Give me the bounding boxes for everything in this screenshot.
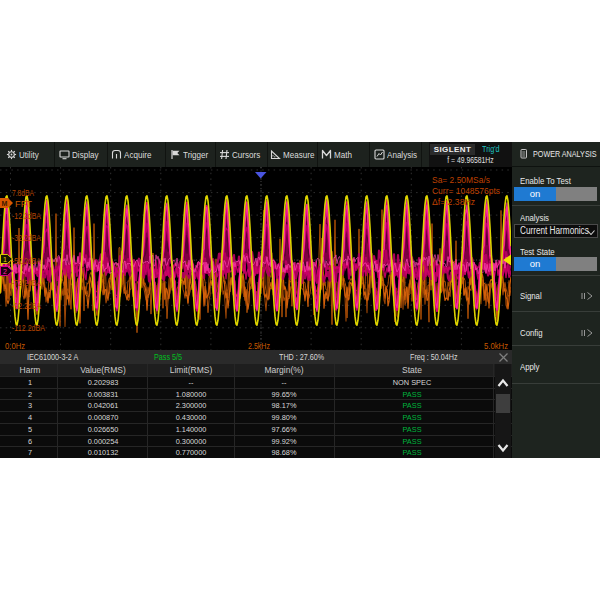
svg-text:7.8dBA: 7.8dBA xyxy=(12,188,34,198)
svg-text:-12.2dBA: -12.2dBA xyxy=(12,211,41,221)
svg-text:1: 1 xyxy=(3,256,7,263)
svg-text:M: M xyxy=(2,200,8,207)
svg-text:-72.2dBA: -72.2dBA xyxy=(12,278,41,288)
svg-text:-32.2dBA: -32.2dBA xyxy=(12,233,41,243)
svg-text:0.0Hz: 0.0Hz xyxy=(5,341,25,351)
svg-text:-92.2dBA: -92.2dBA xyxy=(12,301,41,311)
svg-text:Curr= 1048576pts: Curr= 1048576pts xyxy=(432,186,500,196)
svg-text:-112.2dBA: -112.2dBA xyxy=(12,323,45,333)
svg-text:2.5kHz: 2.5kHz xyxy=(248,341,270,351)
svg-text:FFT: FFT xyxy=(15,199,32,209)
svg-text:-52.2dBA: -52.2dBA xyxy=(12,256,41,266)
svg-text:Sa= 2.50MSa/s: Sa= 2.50MSa/s xyxy=(432,175,490,185)
svg-text:Δf= 2.38Hz: Δf= 2.38Hz xyxy=(432,197,475,207)
svg-text:2: 2 xyxy=(3,268,7,275)
svg-text:5.0kHz: 5.0kHz xyxy=(484,341,508,351)
